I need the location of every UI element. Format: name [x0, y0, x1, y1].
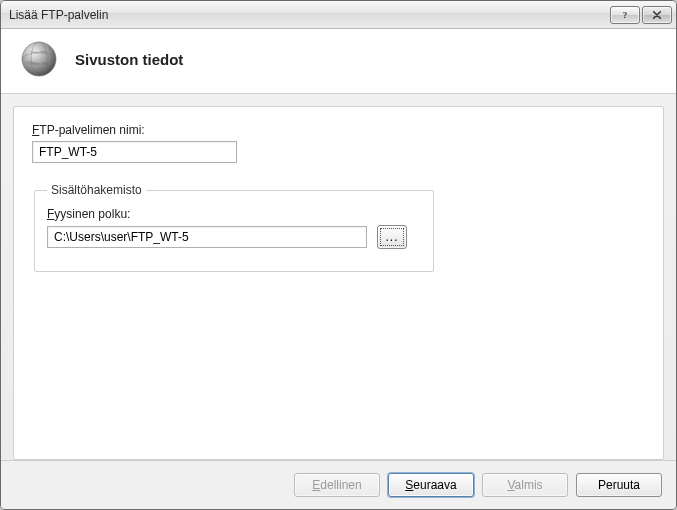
physical-path-input[interactable] — [47, 226, 367, 248]
wizard-header: Sivuston tiedot — [1, 29, 676, 94]
browse-button[interactable]: ... — [377, 225, 407, 249]
previous-button: Edellinen — [294, 473, 380, 497]
close-button[interactable] — [642, 6, 672, 24]
help-button[interactable]: ? — [610, 6, 640, 24]
finish-accel: V — [507, 478, 514, 492]
svg-text:?: ? — [623, 10, 628, 20]
wizard-footer: Edellinen Seuraava Valmis Peruuta — [1, 460, 676, 509]
titlebar: Lisää FTP-palvelin ? — [1, 1, 676, 29]
window-title: Lisää FTP-palvelin — [9, 8, 610, 22]
titlebar-controls: ? — [610, 6, 674, 24]
physical-path-row: ... — [47, 225, 421, 249]
site-name-label: FTP-palvelimen nimi: — [32, 123, 645, 137]
globe-icon — [19, 39, 59, 79]
physical-path-label-text: yysinen polku: — [54, 207, 130, 221]
close-icon — [651, 10, 663, 20]
physical-path-label: Fyysinen polku: — [47, 207, 421, 221]
content-wrap: FTP-palvelimen nimi: Sisältöhakemisto Fy… — [1, 94, 676, 460]
site-name-label-text: TP-palvelimen nimi: — [39, 123, 144, 137]
content-panel: FTP-palvelimen nimi: Sisältöhakemisto Fy… — [13, 106, 664, 460]
next-button[interactable]: Seuraava — [388, 473, 474, 497]
svg-point-1 — [22, 42, 56, 76]
content-directory-legend: Sisältöhakemisto — [47, 183, 146, 197]
page-heading: Sivuston tiedot — [75, 51, 183, 68]
site-name-input[interactable] — [32, 141, 237, 163]
next-text: euraava — [413, 478, 456, 492]
help-icon: ? — [619, 10, 631, 20]
previous-text: dellinen — [320, 478, 361, 492]
finish-button: Valmis — [482, 473, 568, 497]
cancel-button[interactable]: Peruuta — [576, 473, 662, 497]
wizard-window: Lisää FTP-palvelin ? — [0, 0, 677, 510]
content-directory-group: Sisältöhakemisto Fyysinen polku: ... — [34, 183, 434, 272]
finish-text: almis — [515, 478, 543, 492]
